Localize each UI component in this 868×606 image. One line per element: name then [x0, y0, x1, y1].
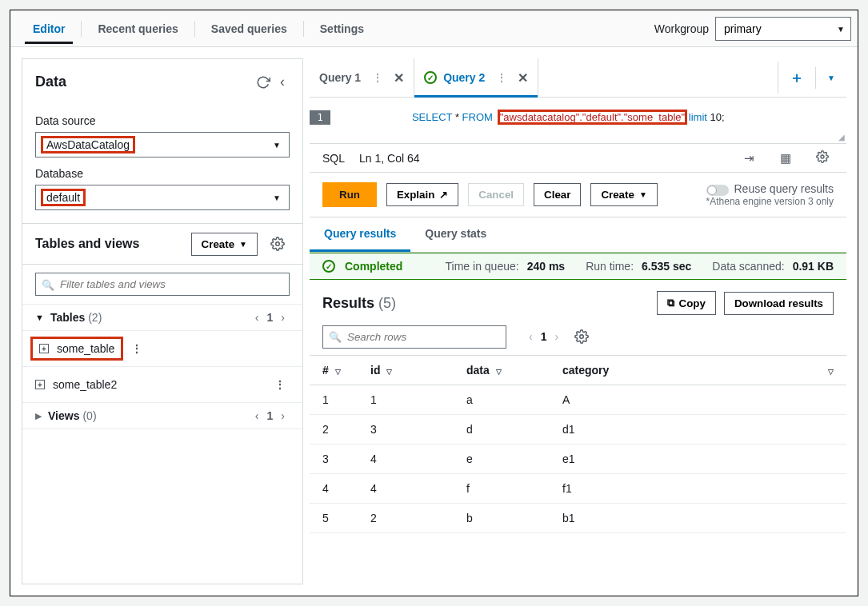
- svg-point-0: [276, 242, 280, 246]
- table-row: 52bb1: [310, 504, 846, 533]
- query-tab-1[interactable]: Query 1 ⋮ ✕: [310, 58, 414, 97]
- tab-menu-button[interactable]: ▼: [815, 67, 846, 89]
- editor-line-number: 1: [310, 110, 330, 125]
- column-header-more[interactable]: ▽: [809, 356, 846, 385]
- workgroup-label: Workgroup: [654, 22, 709, 35]
- tab-recent-queries[interactable]: Recent queries: [82, 14, 194, 43]
- close-tab-icon[interactable]: ✕: [518, 70, 528, 86]
- editor-lang: SQL: [322, 152, 345, 165]
- table-item[interactable]: + some_table2 ⋮: [22, 366, 302, 403]
- chevron-right-icon[interactable]: ›: [276, 311, 290, 324]
- tab-saved-queries[interactable]: Saved queries: [195, 14, 303, 43]
- close-tab-icon[interactable]: ✕: [394, 70, 404, 86]
- resize-handle-icon[interactable]: ◢: [838, 133, 845, 142]
- format-icon[interactable]: ⇥: [738, 151, 760, 165]
- svg-point-2: [580, 335, 584, 339]
- gear-icon[interactable]: [811, 150, 834, 165]
- reuse-toggle[interactable]: [706, 185, 729, 196]
- table-row: 11aA: [310, 385, 846, 415]
- table-row: 34ee1: [310, 445, 846, 474]
- chevron-down-icon: ▼: [239, 240, 247, 249]
- tables-views-title: Tables and views: [35, 237, 183, 251]
- query-tabs: Query 1 ⋮ ✕ ✓ Query 2 ⋮ ✕ ＋ ▼: [310, 58, 846, 98]
- expand-icon[interactable]: +: [35, 380, 45, 389]
- chevron-left-icon[interactable]: ‹: [250, 409, 264, 422]
- data-source-label: Data source: [35, 114, 290, 127]
- chevron-down-icon: ▼: [273, 141, 281, 150]
- chevron-left-icon[interactable]: ‹: [250, 311, 264, 324]
- reuse-results-block: Reuse query results *Athena engine versi…: [706, 182, 834, 206]
- success-check-icon: ✓: [424, 71, 437, 84]
- results-page: 1: [541, 330, 547, 343]
- kebab-menu-icon[interactable]: ⋮: [367, 66, 387, 89]
- views-section-header[interactable]: ▶ Views(0) ‹ 1 ›: [22, 403, 302, 429]
- results-tabs: Query results Query stats: [310, 217, 846, 253]
- views-page: 1: [264, 409, 277, 422]
- data-source-select[interactable]: AwsDataCatalog ▼: [35, 132, 290, 157]
- kebab-menu-icon[interactable]: ⋮: [491, 66, 511, 89]
- column-header-category[interactable]: category: [550, 356, 809, 385]
- clear-button[interactable]: Clear: [534, 183, 581, 206]
- top-nav: Editor Recent queries Saved queries Sett…: [10, 10, 858, 47]
- tab-settings[interactable]: Settings: [304, 14, 380, 43]
- tables-section-header[interactable]: ▼ Tables(2) ‹ 1 ›: [22, 304, 302, 331]
- chevron-left-icon[interactable]: ‹: [529, 330, 533, 343]
- column-header-num[interactable]: #▽: [310, 356, 358, 385]
- query-tab-2[interactable]: ✓ Query 2 ⋮ ✕: [414, 58, 538, 97]
- chevron-down-icon: ▼: [639, 190, 647, 199]
- table-row: 44ff1: [310, 474, 846, 504]
- add-tab-button[interactable]: ＋: [778, 62, 815, 94]
- tab-editor[interactable]: Editor: [17, 14, 81, 43]
- gear-icon[interactable]: [570, 325, 594, 349]
- database-label: Database: [35, 167, 290, 180]
- editor-status-bar: SQL Ln 1, Col 64 ⇥ ▦: [310, 144, 846, 173]
- search-rows-input[interactable]: [322, 325, 506, 349]
- expand-icon[interactable]: +: [39, 344, 49, 353]
- query-action-bar: Run Explain ↗ Cancel Clear Create ▼ Reus…: [310, 173, 846, 217]
- query-status-bar: ✓ Completed Time in queue:240 ms Run tim…: [310, 253, 846, 280]
- refresh-icon[interactable]: [251, 70, 275, 94]
- column-header-id[interactable]: id▽: [358, 356, 454, 385]
- tab-query-stats[interactable]: Query stats: [410, 217, 501, 252]
- chevron-right-icon[interactable]: ›: [554, 330, 558, 343]
- results-pager: ‹ 1 ›: [529, 330, 558, 343]
- table-item[interactable]: + some_table ⋮: [22, 331, 302, 366]
- table-row: 23dd1: [310, 415, 846, 445]
- copy-button[interactable]: ⧉ Copy: [657, 291, 716, 315]
- run-button[interactable]: Run: [322, 182, 377, 207]
- cancel-button: Cancel: [468, 183, 524, 206]
- svg-point-1: [821, 155, 824, 158]
- workgroup-select[interactable]: primary: [715, 17, 851, 41]
- success-check-icon: ✓: [322, 260, 335, 273]
- chevron-down-icon: ▼: [273, 193, 281, 202]
- triangle-right-icon: ▶: [35, 411, 42, 421]
- chevron-right-icon[interactable]: ›: [276, 409, 290, 422]
- tab-query-results[interactable]: Query results: [310, 217, 410, 252]
- explain-button[interactable]: Explain ↗: [386, 183, 458, 206]
- collapse-panel-icon[interactable]: ‹: [275, 69, 290, 95]
- data-sidebar: Data ‹ Data source AwsDataCatalog ▼ Data…: [22, 58, 303, 584]
- gear-icon[interactable]: [266, 232, 290, 256]
- tables-page: 1: [264, 311, 277, 324]
- create-button[interactable]: Create▼: [191, 233, 258, 256]
- external-link-icon: ↗: [439, 189, 448, 201]
- filter-tables-input[interactable]: [35, 273, 290, 296]
- database-select[interactable]: default ▼: [35, 185, 290, 210]
- results-title: Results (5): [322, 295, 396, 312]
- column-header-data[interactable]: data▽: [454, 356, 550, 385]
- create-query-button[interactable]: Create ▼: [590, 183, 657, 206]
- results-table: #▽ id▽ data▽ category ▽ 11aA23dd134ee144…: [310, 355, 846, 533]
- copy-icon: ⧉: [667, 297, 674, 309]
- sidebar-title: Data: [35, 74, 251, 90]
- kebab-menu-icon[interactable]: ⋮: [270, 373, 290, 396]
- kebab-menu-icon[interactable]: ⋮: [126, 337, 146, 360]
- sql-editor[interactable]: 1 SELECT * FROM "awsdatacatalog"."defaul…: [310, 98, 846, 144]
- triangle-down-icon: ▼: [35, 313, 44, 322]
- cursor-position: Ln 1, Col 64: [359, 152, 420, 165]
- download-results-button[interactable]: Download results: [724, 292, 834, 315]
- layout-icon[interactable]: ▦: [774, 151, 797, 165]
